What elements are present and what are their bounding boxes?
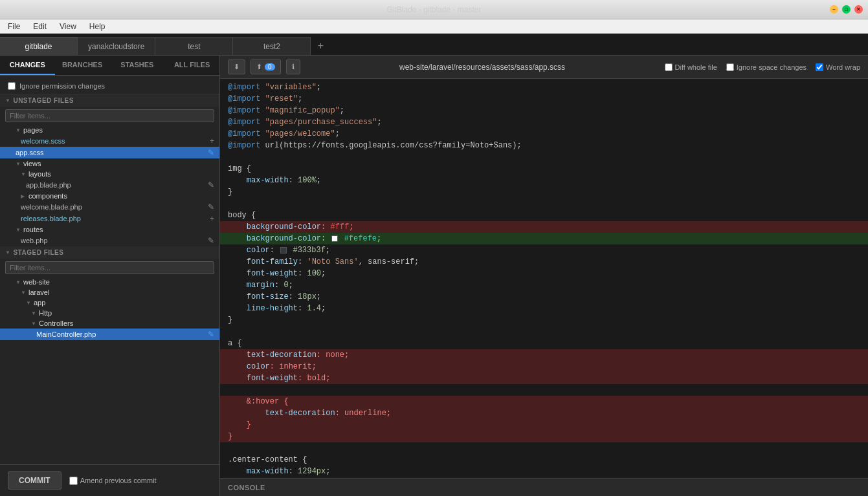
- amend-text: Amend previous commit: [80, 477, 157, 484]
- list-item[interactable]: app.scss ✎: [0, 147, 219, 158]
- list-item[interactable]: ▼ routes: [0, 224, 219, 235]
- window-controls: − □ ✕: [830, 5, 863, 14]
- menu-help[interactable]: Help: [87, 21, 108, 32]
- menu-file[interactable]: File: [5, 21, 23, 32]
- unstaged-filter-input[interactable]: [5, 109, 214, 122]
- diff-line: background-color: #fefefe;: [220, 233, 868, 244]
- list-item[interactable]: web.php ✎: [0, 235, 219, 246]
- file-name: web.php: [21, 237, 205, 244]
- commit-area: COMMIT Amend previous commit: [0, 464, 219, 496]
- list-item[interactable]: ▼ Controllers: [0, 318, 219, 329]
- list-item[interactable]: ▼ app: [0, 297, 219, 308]
- list-item[interactable]: welcome.blade.php ✎: [0, 201, 219, 213]
- list-item[interactable]: welcome.scss +: [0, 135, 219, 147]
- stage-badge: 0: [265, 63, 275, 70]
- tab-branches[interactable]: BRANCHES: [55, 56, 110, 75]
- amend-checkbox[interactable]: [69, 477, 78, 485]
- sidebar: CHANGES BRANCHES STASHES ALL FILES Ignor…: [0, 56, 220, 496]
- tab-changes[interactable]: CHANGES: [0, 56, 55, 75]
- list-item[interactable]: ▼ laravel: [0, 287, 219, 297]
- unstaged-section-header[interactable]: ▼ UNSTAGED FILES: [0, 94, 219, 107]
- word-wrap-checkbox[interactable]: [816, 63, 823, 71]
- tab-stashes[interactable]: STASHES: [110, 56, 165, 75]
- list-item[interactable]: ▼ web-site: [0, 277, 219, 287]
- tab-bar: gitblade yanakcloudstore test test2 +: [0, 34, 868, 56]
- list-item[interactable]: releases.blade.php +: [0, 213, 219, 224]
- folder-arrow: ▼: [21, 171, 26, 177]
- staged-arrow: ▼: [5, 250, 10, 255]
- folder-name: web-site: [23, 278, 50, 286]
- diff-line: &:hover {: [220, 396, 868, 407]
- ignore-permission-checkbox[interactable]: [8, 82, 16, 90]
- diff-line: margin: 0;: [220, 279, 868, 291]
- diff-options: Diff whole file Ignore space changes Wor…: [665, 63, 860, 71]
- edit-icon[interactable]: ✎: [208, 180, 214, 189]
- menu-edit[interactable]: Edit: [30, 21, 49, 32]
- info-button[interactable]: ℹ: [286, 59, 300, 74]
- diff-line: font-weight: 100;: [220, 268, 868, 279]
- list-item[interactable]: MainController.php ✎: [0, 329, 219, 340]
- diff-line: }: [220, 419, 868, 431]
- list-item[interactable]: ▼ pages: [0, 125, 219, 135]
- console-label: CONSOLE: [228, 484, 265, 491]
- file-path: web-site/laravel/resources/assets/sass/a…: [306, 63, 660, 72]
- folder-name: layouts: [28, 170, 51, 178]
- list-item[interactable]: ▶ components: [0, 191, 219, 201]
- download-icon: ⬇: [234, 63, 239, 71]
- stage-icon: ⬆: [256, 63, 262, 71]
- edit-icon[interactable]: ✎: [208, 202, 214, 211]
- diff-line: line-height: 1.4;: [220, 303, 868, 314]
- list-item[interactable]: ▼ layouts: [0, 169, 219, 179]
- tab-yanakcloudstore[interactable]: yanakcloudstore: [78, 37, 155, 55]
- diff-line: background-color: #fff;: [220, 221, 868, 233]
- word-wrap-label: Word wrap: [826, 63, 860, 71]
- staged-section-header[interactable]: ▼ STAGED FILES: [0, 246, 219, 259]
- tab-gitblade[interactable]: gitblade: [0, 37, 78, 55]
- diff-line: @import "variables";: [220, 81, 868, 93]
- file-name: app.blade.php: [26, 181, 205, 189]
- menu-view[interactable]: View: [57, 21, 79, 32]
- tab-all-files[interactable]: ALL FILES: [164, 56, 219, 75]
- edit-icon[interactable]: ✎: [208, 236, 214, 245]
- close-button[interactable]: ✕: [854, 5, 863, 14]
- diff-line: @import url(https://fonts.googleapis.com…: [220, 140, 868, 151]
- folder-arrow: ▼: [26, 300, 31, 306]
- diff-line: [220, 151, 868, 163]
- stage-icon[interactable]: +: [210, 136, 214, 146]
- folder-arrow: ▼: [21, 290, 26, 296]
- stage-button[interactable]: ⬆ 0: [250, 59, 281, 74]
- diff-line: [220, 384, 868, 396]
- diff-whole-file-checkbox[interactable]: [665, 63, 673, 71]
- diff-line: .center-content {: [220, 454, 868, 466]
- diff-line: [220, 326, 868, 338]
- console-bar: CONSOLE: [220, 478, 868, 496]
- staged-label: STAGED FILES: [13, 249, 63, 256]
- edit-icon[interactable]: ✎: [208, 330, 214, 339]
- list-item[interactable]: app.blade.php ✎: [0, 179, 219, 191]
- minimize-button[interactable]: −: [830, 5, 838, 14]
- diff-line: [220, 198, 868, 210]
- diff-line: font-size: 18px;: [220, 291, 868, 303]
- folder-name: pages: [23, 126, 43, 134]
- main-layout: CHANGES BRANCHES STASHES ALL FILES Ignor…: [0, 56, 868, 496]
- staged-filter-input[interactable]: [5, 261, 214, 274]
- ignore-space-checkbox[interactable]: [726, 63, 734, 71]
- diff-line: text-decoration: none;: [220, 349, 868, 361]
- tab-test2[interactable]: test2: [233, 37, 311, 55]
- unstaged-arrow: ▼: [5, 98, 10, 103]
- diff-line: color: #333b3f;: [220, 244, 868, 256]
- tab-test[interactable]: test: [155, 37, 233, 55]
- ignore-permission-row: Ignore permission changes: [0, 78, 219, 94]
- commit-button[interactable]: COMMIT: [8, 471, 61, 490]
- download-button[interactable]: ⬇: [228, 59, 245, 74]
- file-name: welcome.scss: [21, 137, 207, 145]
- maximize-button[interactable]: □: [842, 5, 851, 14]
- list-item[interactable]: ▼ Http: [0, 308, 219, 318]
- folder-name: views: [23, 160, 41, 167]
- edit-icon[interactable]: ✎: [208, 148, 214, 157]
- stage-icon[interactable]: +: [210, 214, 214, 223]
- folder-name: Http: [39, 309, 52, 317]
- tab-add-button[interactable]: +: [311, 37, 330, 55]
- list-item[interactable]: ▼ views: [0, 158, 219, 169]
- diff-line: color: inherit;: [220, 361, 868, 372]
